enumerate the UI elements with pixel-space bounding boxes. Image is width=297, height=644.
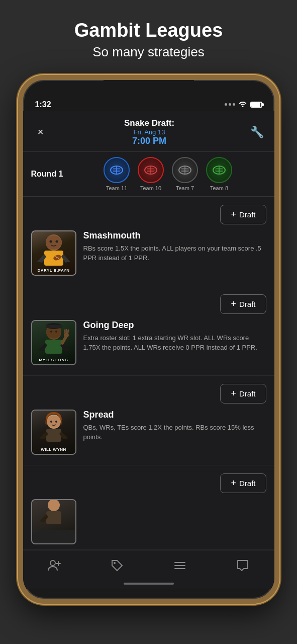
draft-button-spread[interactable]: + Draft: [220, 384, 266, 404]
team-name-10: Team 10: [140, 185, 161, 191]
team-avatar-item-3: Team 8: [206, 157, 232, 191]
nav-item-add-user[interactable]: [39, 556, 69, 575]
team-avatar-item-2: Team 7: [172, 157, 198, 191]
battery-fill: [251, 103, 260, 107]
page-subtitle: So many strategies: [74, 44, 223, 60]
strategy-avatar-daryl: DARYL B.PAYN: [31, 230, 76, 276]
svg-point-30: [50, 331, 52, 333]
draft-btn-row-2: + Draft: [31, 294, 266, 314]
plus-icon-2: +: [231, 299, 236, 309]
nav-item-list[interactable]: [165, 556, 195, 575]
strategy-card-spread: + Draft: [23, 376, 274, 465]
draft-button-4[interactable]: + Draft: [220, 473, 266, 493]
team-avatar-item-0: Team 11: [104, 157, 130, 191]
strategy-desc-smashmouth: RBs score 1.5X the points. ALL players o…: [83, 244, 266, 263]
draft-btn-row-1: + Draft: [31, 205, 266, 224]
wifi-icon: [238, 100, 247, 109]
round-row: Round 1 Team 11: [23, 152, 274, 196]
strategy-avatar-4: [31, 499, 76, 544]
draft-button-going-deep[interactable]: + Draft: [220, 294, 266, 314]
status-bar: 1:32: [23, 95, 274, 111]
svg-point-48: [50, 560, 55, 566]
avatar-label-myles: MYLES LONG: [33, 358, 74, 362]
plus-icon-4: +: [231, 478, 236, 489]
add-user-icon: [47, 558, 61, 573]
draft-btn-row-3: + Draft: [31, 384, 266, 404]
signal-dots: [225, 103, 235, 106]
draft-header: × Snake Draft: Fri, Aug 13 7:00 PM 🔧: [23, 111, 274, 151]
battery-icon: [250, 102, 262, 108]
close-button[interactable]: ×: [33, 126, 48, 138]
draft-btn-label-4: Draft: [239, 479, 256, 488]
chat-icon: [236, 558, 250, 573]
signal-dot-3: [233, 103, 235, 106]
team-name-11: Team 11: [106, 185, 127, 191]
draft-label: Snake Draft:: [124, 118, 174, 128]
draft-label-row: Snake Draft: Fri, Aug 13 7:00 PM: [124, 118, 174, 146]
team-name-8: Team 8: [210, 185, 228, 191]
page-header: Gambit Leagues So many strategies: [59, 0, 238, 75]
nav-item-tag[interactable]: [102, 556, 132, 575]
strategy-info-spread: Spread QBs, WRs, TEs score 1.2X the poin…: [83, 410, 266, 442]
phone-frame: 1:32 × Snake Draft:: [18, 75, 279, 604]
signal-dot-1: [225, 103, 227, 106]
tag-icon: [110, 558, 124, 573]
page-title: Gambit Leagues: [74, 20, 223, 41]
draft-time: 7:00 PM: [124, 136, 174, 146]
strategy-name-smashmouth: Smashmouth: [83, 230, 266, 241]
svg-point-46: [48, 500, 60, 511]
draft-button-smashmouth[interactable]: + Draft: [220, 205, 266, 224]
home-indicator: [23, 579, 274, 589]
svg-rect-28: [45, 340, 62, 354]
strategy-name-spread: Spread: [83, 410, 266, 420]
team-avatar-item-1: Team 10: [138, 157, 164, 191]
draft-btn-label-2: Draft: [239, 300, 256, 308]
strategy-info-smashmouth: Smashmouth RBs score 1.5X the points. AL…: [83, 230, 266, 263]
svg-point-43: [50, 421, 52, 423]
draft-btn-row-4: + Draft: [31, 473, 266, 493]
strategy-avatar-will: WILL WYNN: [31, 410, 76, 455]
strategy-body-smashmouth: DARYL B.PAYN Smashmouth RBs score 1.5X t…: [31, 230, 266, 276]
strategy-card-going-deep: + Draft: [23, 286, 274, 376]
status-time: 1:32: [35, 100, 51, 109]
strategy-desc-spread: QBs, WRs, TEs score 1.2X the points. RBs…: [83, 423, 266, 442]
wrench-icon[interactable]: 🔧: [250, 126, 264, 139]
team-avatar-11: [104, 157, 130, 183]
team-avatar-8: [206, 157, 232, 183]
team-name-7: Team 7: [176, 185, 194, 191]
avatar-label-will: WILL WYNN: [33, 447, 74, 452]
status-icons: [225, 100, 262, 109]
svg-point-23: [49, 240, 52, 243]
svg-rect-33: [46, 325, 62, 328]
svg-point-31: [55, 331, 57, 333]
team-avatar-7: [172, 157, 198, 183]
svg-point-51: [114, 562, 116, 564]
bottom-nav: [23, 550, 274, 579]
avatar-label-daryl: DARYL B.PAYN: [33, 268, 74, 273]
svg-point-42: [47, 416, 61, 428]
strategy-avatar-myles: MYLES LONG: [31, 320, 76, 365]
strategy-name-going-deep: Going Deep: [83, 320, 266, 331]
team-avatar-10: [138, 157, 164, 183]
strategy-body-4: [31, 499, 266, 544]
svg-rect-47: [46, 511, 61, 524]
nav-item-chat[interactable]: [228, 556, 258, 575]
app-content: × Snake Draft: Fri, Aug 13 7:00 PM 🔧 Rou…: [23, 111, 274, 589]
draft-btn-label-1: Draft: [239, 210, 256, 219]
svg-point-24: [55, 240, 58, 243]
svg-point-35: [64, 333, 69, 338]
draft-title-area: Snake Draft: Fri, Aug 13 7:00 PM: [124, 118, 174, 146]
svg-rect-45: [46, 429, 61, 442]
list-icon: [173, 558, 187, 573]
signal-dot-2: [229, 103, 231, 106]
strategy-info-going-deep: Going Deep Extra roster slot: 1 extra st…: [83, 320, 266, 353]
notch: [104, 80, 194, 95]
strategy-card-smashmouth: + Draft: [23, 197, 274, 286]
svg-point-22: [46, 235, 62, 250]
svg-line-38: [68, 330, 68, 333]
round-label: Round 1: [31, 170, 64, 179]
home-bar: [124, 583, 174, 585]
strategy-card-4: + Draft: [23, 465, 274, 550]
team-avatars: Team 11 Team 10: [70, 157, 266, 191]
draft-date: Fri, Aug 13: [124, 128, 174, 136]
